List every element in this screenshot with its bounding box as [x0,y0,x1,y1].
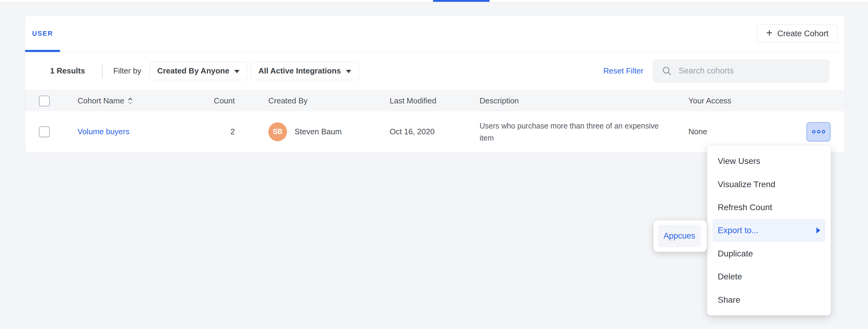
more-icon [812,130,825,133]
header-created-by: Created By [268,96,390,106]
filter-row: 1 Results Filter by Created By Anyone Al… [25,52,845,90]
tab-user[interactable]: USER [25,16,60,52]
cohort-name-link[interactable]: Volume buyers [78,127,129,136]
divider [102,64,103,78]
search-input[interactable] [679,66,817,76]
created-by-dropdown[interactable]: Created By Anyone [150,62,247,80]
filter-by-label: Filter by [114,66,141,76]
header-your-access: Your Access [688,96,779,106]
header-count: Count [192,96,235,106]
header-cohort-name[interactable]: Cohort Name [78,96,133,106]
integrations-dropdown[interactable]: All Active Integrations [251,62,359,80]
tab-user-label: USER [32,30,53,37]
export-submenu: Appcues [653,220,707,252]
integrations-dropdown-label: All Active Integrations [258,66,341,76]
menu-item-delete[interactable]: Delete [707,265,831,288]
menu-item-visualize-trend[interactable]: Visualize Trend [707,173,831,196]
header-last-modified: Last Modified [390,96,479,106]
create-cohort-label: Create Cohort [777,29,829,38]
search-box[interactable] [653,59,830,83]
caret-down-icon [234,70,240,73]
table-header-row: Cohort Name Count Created By Last Modifi… [25,90,845,111]
access-value: None [688,127,707,136]
avatar: SB [268,122,287,141]
created-by-dropdown-label: Created By Anyone [157,66,229,76]
create-cohort-button[interactable]: + Create Cohort [756,25,838,43]
top-nav-bar [0,0,868,2]
row-context-menu: View Users Visualize Trend Refresh Count… [707,146,831,316]
menu-item-duplicate[interactable]: Duplicate [707,242,831,265]
tab-active-underline [25,50,60,52]
plus-icon: + [766,28,772,38]
search-icon [662,66,672,76]
row-checkbox[interactable] [39,127,50,137]
description-value: Users who purchase more than three of an… [479,120,661,144]
submenu-item-appcues[interactable]: Appcues [658,225,701,247]
menu-item-refresh-count[interactable]: Refresh Count [707,196,831,219]
header-description: Description [479,96,688,106]
menu-item-share[interactable]: Share [707,288,831,311]
cohort-tabs-row: USER + Create Cohort [25,16,845,52]
cohort-count: 2 [230,127,235,136]
results-count: 1 Results [50,66,85,76]
cohorts-card: USER + Create Cohort 1 Results Filter by… [25,15,845,152]
reset-filter-link[interactable]: Reset Filter [603,66,644,76]
last-modified-value: Oct 16, 2020 [390,127,435,136]
submenu-arrow-icon [816,227,820,234]
creator-name: Steven Baum [294,127,342,136]
more-actions-button[interactable] [806,122,831,141]
sort-icon [127,97,133,105]
select-all-checkbox[interactable] [39,95,50,106]
active-nav-tab-indicator [433,0,490,2]
menu-item-view-users[interactable]: View Users [707,150,831,173]
menu-item-export-to[interactable]: Export to... [713,219,826,242]
caret-down-icon [346,70,351,73]
